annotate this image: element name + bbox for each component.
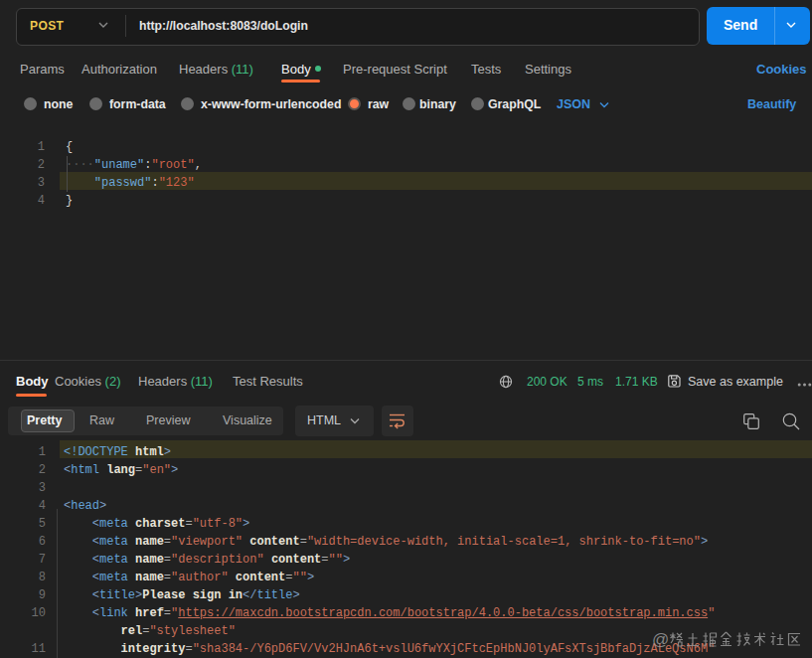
svg-text:@: @ — [652, 630, 669, 648]
